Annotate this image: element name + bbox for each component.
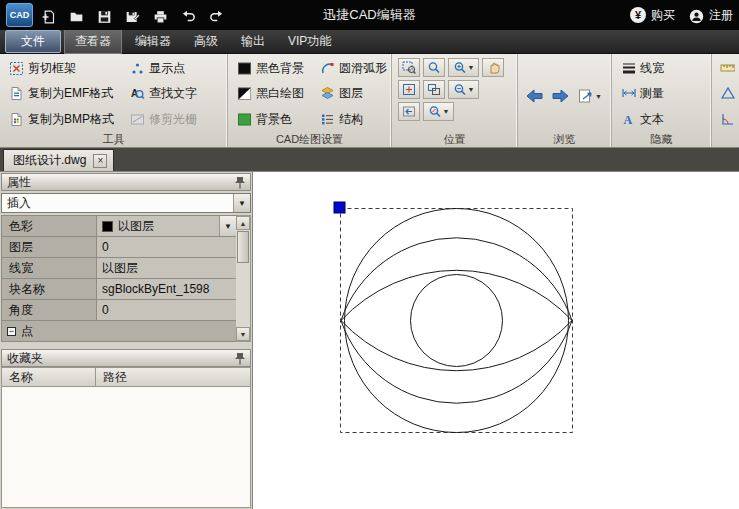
property-label: 角度	[2, 300, 97, 320]
bw-drawing-button[interactable]: 黑白绘图	[234, 83, 307, 105]
favorites-column-name[interactable]: 名称	[1, 367, 96, 387]
trim-raster-label: 修剪光栅	[149, 111, 197, 128]
ribbon-group-partial	[712, 54, 739, 147]
zoom-scale-icon	[428, 105, 442, 118]
partial-tool-1-button[interactable]	[717, 57, 738, 79]
go-to-view-button[interactable]: ▼	[578, 88, 602, 104]
previous-view-button[interactable]	[398, 102, 420, 121]
drawing-canvas[interactable]	[253, 172, 739, 509]
zoom-extents-icon	[402, 83, 416, 96]
scroll-down-icon[interactable]: ▼	[236, 327, 250, 341]
zoom-in-button[interactable]: ▼	[448, 58, 479, 77]
property-row-layer[interactable]: 图层 0	[2, 237, 236, 258]
trim-raster-button[interactable]: 修剪光栅	[127, 108, 200, 130]
collapse-section-icon[interactable]: −	[7, 327, 16, 336]
property-row-blockname[interactable]: 块名称 sgBlockByEnt_1598	[2, 279, 236, 300]
zoom-out-caret-icon: ▼	[468, 86, 475, 93]
save-button[interactable]	[92, 3, 117, 27]
save-as-icon	[125, 8, 140, 23]
structure-icon	[320, 112, 335, 127]
close-tab-button[interactable]: ×	[93, 154, 107, 168]
new-file-icon	[41, 8, 56, 23]
measure-button[interactable]: 测量	[618, 83, 667, 105]
copy-emf-icon	[9, 86, 24, 101]
register-label: 注册	[709, 7, 733, 24]
property-row-color[interactable]: 色彩 以图层 ▼	[2, 216, 236, 237]
background-color-button[interactable]: 背景色	[234, 108, 307, 130]
pin-icon[interactable]	[235, 352, 245, 365]
scroll-thumb[interactable]	[237, 231, 249, 263]
line-width-button[interactable]: 线宽	[618, 57, 667, 79]
group-label-browse: 浏览	[518, 132, 611, 147]
favorites-list[interactable]	[1, 387, 251, 508]
register-button[interactable]: 注册	[689, 7, 733, 24]
cut-frame-label: 剪切框架	[28, 60, 76, 77]
property-row-angle[interactable]: 角度 0	[2, 300, 236, 321]
scroll-up-icon[interactable]: ▲	[236, 216, 250, 230]
black-background-button[interactable]: 黑色背景	[234, 57, 307, 79]
partial-tool-2-button[interactable]	[717, 83, 738, 105]
background-color-label: 背景色	[256, 111, 292, 128]
save-as-button[interactable]	[120, 3, 145, 27]
zoom-in-icon	[453, 61, 467, 74]
document-tab[interactable]: 图纸设计.dwg ×	[3, 149, 114, 171]
property-section-point[interactable]: − 点	[2, 321, 236, 342]
favorites-column-headers: 名称 路径	[1, 367, 251, 387]
cut-frame-button[interactable]: 剪切框架	[6, 57, 117, 79]
print-button[interactable]	[148, 3, 173, 27]
previous-view-icon	[402, 105, 416, 118]
undo-button[interactable]	[176, 3, 201, 27]
zoom-out-button[interactable]: ▼	[448, 80, 479, 99]
copy-bmp-label: 复制为BMP格式	[28, 111, 114, 128]
new-file-button[interactable]	[36, 3, 61, 27]
insert-dropdown[interactable]: 插入 ▼	[1, 193, 251, 213]
property-grid: 色彩 以图层 ▼ 图层 0 线宽 以图层 块名称 sg	[1, 215, 236, 342]
zoom-extents-button[interactable]	[398, 80, 420, 99]
group-label-cad-settings: CAD绘图设置	[228, 132, 391, 147]
redo-button[interactable]	[204, 3, 229, 27]
property-value: 以图层 ▼	[97, 216, 236, 236]
show-points-button[interactable]: 显示点	[127, 57, 200, 79]
zoom-dynamic-button[interactable]	[423, 58, 445, 77]
partial-tool-3-button[interactable]	[717, 108, 738, 130]
file-menu-button[interactable]: 文件	[5, 30, 61, 53]
zoom-window-button[interactable]	[398, 58, 420, 77]
favorites-column-path[interactable]: 路径	[96, 367, 251, 387]
scroll-track[interactable]	[236, 230, 250, 327]
tab-viewer[interactable]: 查看器	[64, 29, 122, 54]
pin-icon[interactable]	[235, 176, 245, 189]
open-file-button[interactable]	[64, 3, 89, 27]
tab-advanced[interactable]: 高级	[184, 30, 228, 53]
smooth-arc-button[interactable]: 圆滑弧形	[317, 57, 390, 79]
property-grid-scrollbar[interactable]: ▲ ▼	[236, 215, 251, 342]
property-value: 0	[97, 300, 236, 320]
zoom-out-icon	[453, 83, 467, 96]
ribbon-group-hide: 线宽 测量 A 文本 隐藏	[612, 54, 712, 147]
find-text-button[interactable]: A 查找文字	[127, 83, 200, 105]
copy-bmp-button[interactable]: 复制为BMP格式	[6, 108, 117, 130]
property-value: 以图层	[97, 258, 236, 278]
color-dropdown-arrow-icon[interactable]: ▼	[219, 216, 236, 236]
text-button[interactable]: A 文本	[618, 108, 667, 130]
property-label: 线宽	[2, 258, 97, 278]
buy-button[interactable]: ¥ 购买	[630, 7, 675, 24]
zoom-scale-button[interactable]: ▼	[423, 102, 454, 121]
tab-editor[interactable]: 编辑器	[125, 30, 181, 53]
forward-button[interactable]	[551, 88, 571, 104]
undo-icon	[181, 8, 196, 23]
black-background-icon	[237, 61, 252, 76]
selection-grip-handle[interactable]	[334, 202, 345, 213]
tab-vip[interactable]: VIP功能	[278, 30, 341, 53]
layers-button[interactable]: 图层	[317, 83, 390, 105]
color-swatch	[102, 221, 113, 232]
find-text-icon: A	[130, 86, 145, 101]
pan-button[interactable]	[482, 58, 504, 77]
tab-output[interactable]: 输出	[231, 30, 275, 53]
zoom-selection-button[interactable]	[423, 80, 445, 99]
back-button[interactable]	[524, 88, 544, 104]
structure-button[interactable]: 结构	[317, 108, 390, 130]
copy-emf-button[interactable]: 复制为EMF格式	[6, 83, 117, 105]
property-row-linewidth[interactable]: 线宽 以图层	[2, 258, 236, 279]
insert-dropdown-arrow-icon[interactable]: ▼	[233, 194, 250, 212]
svg-text:A: A	[624, 113, 633, 127]
